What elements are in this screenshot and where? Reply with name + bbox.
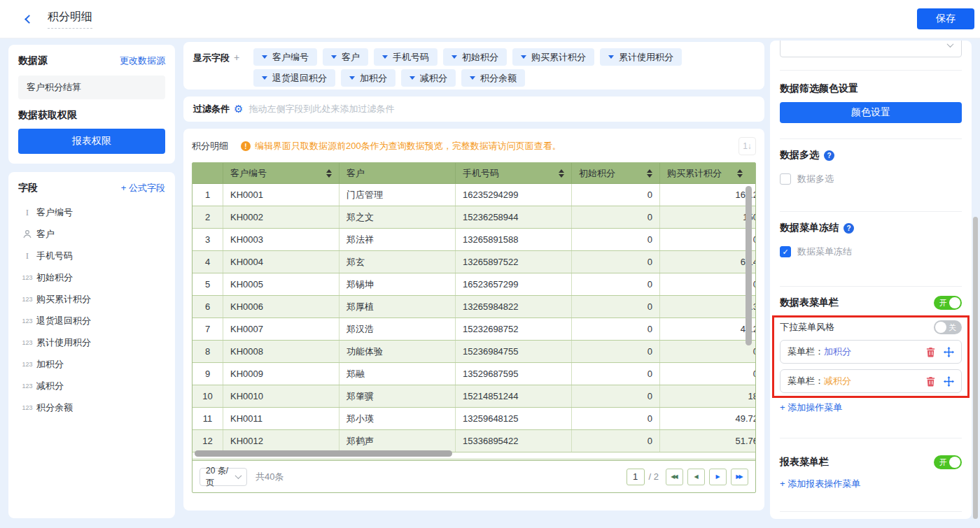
checkbox-unchecked[interactable] bbox=[780, 173, 791, 185]
display-field-chip[interactable]: 初始积分 bbox=[443, 48, 507, 66]
chip-label: 手机号码 bbox=[393, 51, 429, 64]
display-field-chip[interactable]: 退货退回积分 bbox=[253, 69, 335, 87]
next-page-button[interactable]: ▶ bbox=[709, 469, 727, 485]
help-icon[interactable]: ? bbox=[844, 223, 854, 234]
chip-label: 客户 bbox=[342, 51, 360, 64]
settings-select[interactable] bbox=[780, 41, 962, 57]
display-field-chip[interactable]: 累计使用积分 bbox=[600, 48, 682, 66]
display-field-chip[interactable]: 手机号码 bbox=[374, 48, 438, 66]
row-index-cell: 5 bbox=[192, 273, 223, 295]
add-report-action-menu-link[interactable]: + 添加报表操作菜单 bbox=[780, 478, 962, 490]
freeze-menu-checkbox-row[interactable]: ✓ 数据菜单冻结 bbox=[780, 245, 962, 258]
top-bar: 积分明细 保存 bbox=[0, 0, 980, 38]
customer-name-cell: 郑肇骥 bbox=[340, 385, 456, 407]
table-header-cell[interactable]: 客户 bbox=[340, 163, 456, 183]
change-datasource-link[interactable]: 更改数据源 bbox=[120, 55, 165, 67]
save-button[interactable]: 保存 bbox=[917, 8, 974, 29]
field-item[interactable]: I 123 加积分 bbox=[18, 353, 165, 375]
datasource-value[interactable]: 客户积分结算 bbox=[18, 76, 165, 99]
field-type-icon: I 123 bbox=[18, 207, 36, 218]
color-settings-button[interactable]: 颜色设置 bbox=[780, 102, 962, 123]
sort-arrows-icon[interactable] bbox=[559, 169, 564, 178]
field-item[interactable]: I 123 手机号码 bbox=[18, 245, 165, 266]
field-label: 退货退回积分 bbox=[36, 315, 91, 327]
row-index-cell: 1 bbox=[192, 184, 223, 206]
add-display-field-button[interactable]: + bbox=[234, 52, 239, 63]
trash-icon[interactable] bbox=[925, 347, 936, 357]
field-type-icon: I 123 bbox=[18, 250, 36, 262]
preview-title: 积分明细 bbox=[192, 140, 228, 152]
row-index-cell: 2 bbox=[192, 206, 223, 228]
purchase-points-cell: 150 bbox=[660, 206, 755, 228]
field-item[interactable]: I 123 退货退回积分 bbox=[18, 310, 165, 331]
table-header-cell[interactable]: 初始积分 bbox=[572, 163, 660, 183]
page-size-select[interactable]: 20 条/页 bbox=[200, 468, 247, 486]
back-button[interactable] bbox=[21, 11, 36, 27]
field-item[interactable]: I 123 购买累计积分 bbox=[18, 288, 165, 310]
field-item[interactable]: I 123 初始积分 bbox=[18, 266, 165, 288]
display-field-chip[interactable]: 客户 bbox=[323, 48, 368, 66]
customer-name-cell: 郑法祥 bbox=[340, 229, 456, 250]
display-field-chip[interactable]: 客户编号 bbox=[253, 48, 317, 66]
panel-scrollbar[interactable] bbox=[973, 217, 978, 519]
table-vertical-scrollbar[interactable] bbox=[746, 186, 752, 345]
field-item[interactable]: I 123 积分余额 bbox=[18, 397, 165, 418]
page-title[interactable]: 积分明细 bbox=[48, 10, 92, 29]
phone-cell: 15236258944 bbox=[456, 206, 572, 228]
table-header-cell[interactable]: 客户编号 bbox=[223, 163, 340, 183]
table-header-cell[interactable]: 购买累计积分 bbox=[660, 163, 755, 183]
multi-select-checkbox-row[interactable]: 数据多选 bbox=[780, 173, 962, 185]
sort-arrows-icon[interactable] bbox=[326, 169, 332, 178]
add-formula-field-link[interactable]: + 公式字段 bbox=[121, 182, 165, 194]
sort-arrows-icon[interactable] bbox=[647, 169, 652, 178]
last-page-button[interactable]: ▶▶ bbox=[731, 469, 748, 485]
row-index-cell: 3 bbox=[192, 229, 223, 250]
sort-tool-button[interactable]: 1↓ bbox=[738, 137, 756, 155]
help-icon[interactable]: ? bbox=[824, 150, 834, 161]
trash-icon[interactable] bbox=[925, 376, 936, 387]
display-field-chip[interactable]: 积分余额 bbox=[461, 69, 525, 87]
menu-item-prefix: 菜单栏： bbox=[788, 375, 824, 387]
chevron-down-icon bbox=[947, 41, 954, 48]
display-field-chip[interactable]: 购买累计积分 bbox=[512, 48, 594, 66]
menu-bar-item[interactable]: 菜单栏： 减积分 bbox=[780, 369, 962, 393]
purchase-points-cell: 8.3 bbox=[660, 296, 755, 317]
initial-points-cell: 0 bbox=[572, 184, 660, 206]
total-count: 共40条 bbox=[255, 471, 284, 483]
report-menu-toggle-on[interactable]: 开 bbox=[934, 455, 962, 469]
table-row: 6 KH0006 郑厚植 13265984822 0 8.3 bbox=[192, 296, 755, 318]
field-type-icon: I 123 bbox=[18, 361, 36, 368]
table-menu-toggle-on[interactable]: 开 bbox=[934, 296, 962, 310]
display-field-chip[interactable]: 加积分 bbox=[341, 69, 396, 87]
chip-label: 减积分 bbox=[420, 72, 447, 85]
add-action-menu-link[interactable]: + 添加操作菜单 bbox=[780, 401, 962, 414]
menu-bar-item[interactable]: 菜单栏： 加积分 bbox=[780, 340, 962, 364]
field-item[interactable]: I 123 客户 bbox=[18, 223, 165, 245]
prev-page-button[interactable]: ◀ bbox=[687, 469, 705, 485]
datasource-title: 数据源 bbox=[18, 55, 48, 67]
move-icon[interactable] bbox=[944, 347, 954, 357]
page-of-total: / 2 bbox=[649, 471, 659, 482]
field-item[interactable]: I 123 客户编号 bbox=[18, 201, 165, 223]
row-index-cell: 9 bbox=[192, 363, 223, 385]
customer-code-cell: KH0001 bbox=[223, 184, 340, 206]
initial-points-cell: 0 bbox=[572, 341, 660, 362]
table-horizontal-scrollbar[interactable] bbox=[195, 450, 452, 457]
first-page-button[interactable]: ◀◀ bbox=[666, 469, 683, 485]
row-index-cell: 11 bbox=[192, 408, 223, 429]
table-header-cell[interactable]: 手机号码 bbox=[456, 163, 572, 183]
move-icon[interactable] bbox=[944, 376, 954, 387]
gear-icon[interactable]: ⚙ bbox=[234, 103, 243, 115]
checkbox-checked[interactable]: ✓ bbox=[780, 246, 791, 257]
report-permission-button[interactable]: 报表权限 bbox=[18, 129, 165, 154]
page-number-input[interactable]: 1 bbox=[626, 469, 645, 485]
chip-label: 退货退回积分 bbox=[272, 72, 327, 85]
sort-arrows-icon[interactable] bbox=[737, 169, 743, 178]
field-item[interactable]: I 123 累计使用积分 bbox=[18, 331, 165, 353]
field-type-icon: I 123 bbox=[18, 317, 36, 324]
display-field-chip[interactable]: 减积分 bbox=[401, 69, 456, 87]
filter-title: 过滤条件 bbox=[193, 103, 230, 115]
field-item[interactable]: I 123 减积分 bbox=[18, 375, 165, 397]
table-row: 2 KH0002 郑之文 15236258944 0 150 bbox=[192, 206, 755, 229]
dropdown-style-toggle-off[interactable]: 关 bbox=[934, 320, 962, 334]
